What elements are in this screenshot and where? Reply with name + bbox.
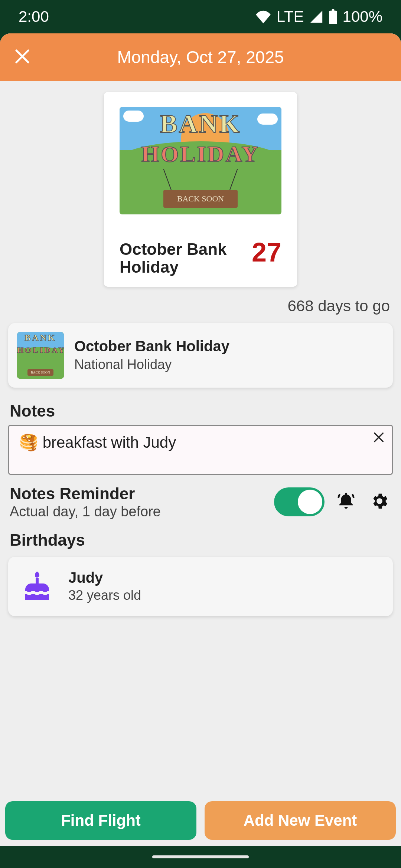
notes-input[interactable]: 🥞 breakfast with Judy — [8, 425, 393, 475]
event-info: October Bank Holiday National Holiday — [74, 338, 229, 372]
notes-clear-button[interactable] — [372, 431, 385, 445]
featured-holiday-card[interactable]: BANK HOLIDAY BACK SOON October Bank Holi… — [104, 92, 297, 287]
battery-label: 100% — [343, 8, 382, 26]
event-card[interactable]: BANK HOLIDAY BACK SOON October Bank Holi… — [8, 323, 393, 388]
battery-icon — [329, 9, 338, 24]
notes-reminder-subtitle: Actual day, 1 day before — [10, 504, 264, 520]
featured-day-number: 27 — [252, 240, 281, 264]
network-label: LTE — [277, 8, 304, 26]
event-title: October Bank Holiday — [74, 338, 229, 355]
notes-heading: Notes — [0, 391, 401, 425]
notes-reminder-heading: Notes Reminder — [10, 484, 264, 503]
system-nav-area — [0, 846, 401, 868]
notes-text: 🥞 breakfast with Judy — [19, 433, 382, 451]
bottom-action-bar: Find Flight Add New Event — [0, 801, 401, 840]
header-date-title: Monday, Oct 27, 2025 — [11, 47, 390, 67]
featured-wrapper: BANK HOLIDAY BACK SOON October Bank Holi… — [0, 81, 401, 290]
svg-rect-1 — [332, 9, 334, 11]
cellular-icon — [309, 10, 323, 23]
gear-icon — [369, 491, 389, 513]
svg-rect-0 — [329, 11, 337, 24]
header: Monday, Oct 27, 2025 — [0, 33, 401, 81]
birthday-name: Judy — [68, 569, 141, 586]
bell-icon — [336, 491, 356, 513]
app-body: Monday, Oct 27, 2025 BANK HOLIDAY BACK S… — [0, 33, 401, 846]
featured-image-text-top: BANK — [120, 109, 281, 139]
nav-handle[interactable] — [152, 855, 249, 858]
find-flight-button[interactable]: Find Flight — [5, 801, 196, 840]
status-indicators: LTE 100% — [255, 8, 382, 26]
content-scroll[interactable]: BANK HOLIDAY BACK SOON October Bank Holi… — [0, 81, 401, 846]
featured-holiday-title: October Bank Holiday — [120, 240, 244, 276]
featured-image-text-bottom: HOLIDAY — [120, 141, 281, 167]
reminder-bell-button[interactable] — [334, 490, 358, 514]
featured-holiday-image: BANK HOLIDAY BACK SOON — [120, 107, 281, 214]
birthday-age: 32 years old — [68, 588, 141, 603]
birthday-card[interactable]: Judy 32 years old — [8, 557, 393, 616]
status-bar: 2:00 LTE 100% — [0, 0, 401, 33]
featured-image-sign: BACK SOON — [163, 190, 238, 208]
event-subtitle: National Holiday — [74, 357, 229, 372]
cake-icon — [19, 568, 56, 605]
status-time: 2:00 — [19, 8, 255, 26]
reminder-settings-button[interactable] — [368, 490, 391, 514]
birthdays-heading: Birthdays — [0, 520, 401, 554]
birthday-info: Judy 32 years old — [68, 569, 141, 603]
wifi-icon — [255, 10, 271, 23]
countdown-label: 668 days to go — [0, 290, 401, 320]
event-thumbnail: BANK HOLIDAY BACK SOON — [17, 332, 64, 379]
notes-reminder-row: Notes Reminder Actual day, 1 day before — [0, 475, 401, 520]
close-icon — [372, 438, 385, 445]
notes-reminder-toggle[interactable] — [274, 487, 325, 516]
add-new-event-button[interactable]: Add New Event — [205, 801, 396, 840]
